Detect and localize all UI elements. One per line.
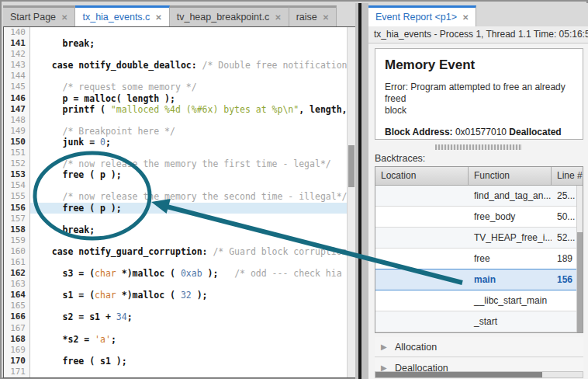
- code-text[interactable]: /* now release the memory the first time…: [30, 158, 347, 169]
- backtrace-row[interactable]: find_and_tag_an...25...: [375, 186, 583, 207]
- code-text[interactable]: s2 = s1 + 34;: [30, 311, 347, 322]
- line-number[interactable]: 146: [4, 93, 30, 104]
- section-allocation[interactable]: ▶Allocation: [375, 337, 583, 357]
- tab-close-icon[interactable]: ✕: [462, 13, 469, 22]
- backtrace-row[interactable]: __libc_start_main: [375, 290, 583, 311]
- code-text[interactable]: [30, 279, 347, 290]
- line-number[interactable]: 147: [4, 104, 30, 115]
- tab-close-icon[interactable]: ✕: [323, 13, 329, 22]
- code-text[interactable]: /* request some memory */: [30, 82, 347, 92]
- code-line: 170 free ( s1 );: [4, 356, 347, 367]
- line-number[interactable]: 158: [4, 224, 30, 235]
- code-text[interactable]: case notify_double_dealloc: /* Double fr…: [30, 60, 347, 71]
- code-text[interactable]: [30, 301, 347, 311]
- line-number[interactable]: 150: [4, 137, 30, 148]
- code-text[interactable]: [30, 367, 347, 377]
- line-number[interactable]: 156: [4, 203, 30, 214]
- backtrace-row[interactable]: _start: [375, 311, 583, 332]
- backtrace-row[interactable]: TV_HEAP_free_i...52...: [375, 228, 583, 249]
- code-text[interactable]: free ( p );: [30, 203, 347, 214]
- code-text[interactable]: break;: [30, 224, 347, 235]
- backtrace-row[interactable]: free189: [375, 249, 583, 269]
- backtrace-row[interactable]: main156: [375, 269, 583, 290]
- code-text[interactable]: s1 = (char *)malloc ( 32 );: [30, 290, 347, 301]
- code-text[interactable]: [30, 214, 347, 224]
- code-text[interactable]: [30, 257, 347, 268]
- backtraces-scrollbar-thumb[interactable]: [577, 232, 583, 333]
- tab-start-page[interactable]: Start Page✕: [3, 5, 75, 26]
- line-number[interactable]: 153: [4, 169, 30, 180]
- code-token: ;: [111, 334, 116, 345]
- line-number[interactable]: 168: [4, 334, 30, 345]
- code-text[interactable]: p = malloc( length );: [30, 93, 347, 104]
- code-token: , length, len: [299, 104, 347, 115]
- line-number[interactable]: 166: [4, 311, 30, 322]
- line-number[interactable]: 157: [4, 214, 30, 224]
- column-header-line[interactable]: Line #: [552, 167, 583, 185]
- line-number[interactable]: 141: [4, 38, 30, 49]
- line-number[interactable]: 164: [4, 290, 30, 301]
- column-header-location[interactable]: Location: [375, 167, 469, 185]
- code-text[interactable]: /* now release the memory the second tim…: [30, 191, 347, 202]
- backtraces-vertical-scrollbar[interactable]: [576, 186, 583, 332]
- line-number[interactable]: 162: [4, 268, 30, 279]
- line-number[interactable]: 140: [4, 27, 30, 38]
- panel-resize-grip[interactable]: [435, 144, 522, 150]
- code-text[interactable]: [30, 27, 347, 38]
- line-number[interactable]: 154: [4, 180, 30, 191]
- code-area[interactable]: 140141 break;142143 case notify_double_d…: [4, 27, 347, 377]
- code-text[interactable]: free ( s1 );: [30, 356, 347, 367]
- editor-scrollbar-thumb[interactable]: [348, 145, 355, 187]
- line-number[interactable]: 149: [4, 126, 30, 137]
- line-number[interactable]: 145: [4, 82, 30, 92]
- code-text[interactable]: [30, 345, 347, 356]
- line-number[interactable]: 170: [4, 356, 30, 367]
- code-text[interactable]: s3 = (char *)malloc ( 0xab ); /* odd ---…: [30, 268, 347, 279]
- code-text[interactable]: [30, 71, 347, 82]
- line-number[interactable]: 169: [4, 345, 30, 356]
- editor-vertical-scrollbar[interactable]: [347, 27, 355, 377]
- line-number[interactable]: 167: [4, 323, 30, 334]
- tab-close-icon[interactable]: ✕: [155, 13, 161, 22]
- code-editor[interactable]: 140141 break;142143 case notify_double_d…: [3, 26, 356, 378]
- line-number[interactable]: 144: [4, 71, 30, 82]
- code-text[interactable]: [30, 235, 347, 246]
- backtrace-row[interactable]: free_body50...: [375, 207, 583, 228]
- tab-tx-hia-events-c[interactable]: tx_hia_events.c✕: [75, 5, 169, 26]
- line-number[interactable]: 161: [4, 257, 30, 268]
- code-text[interactable]: case notify_guard_corruption: /* Guard b…: [30, 246, 347, 257]
- code-text[interactable]: [30, 148, 347, 158]
- tab-event-report-p1[interactable]: Event Report <p1>✕: [368, 5, 476, 26]
- line-number[interactable]: 155: [4, 191, 30, 202]
- tab-close-icon[interactable]: ✕: [275, 13, 281, 22]
- code-text[interactable]: free ( p );: [30, 169, 347, 180]
- code-text[interactable]: /* Breakpoint here */: [30, 126, 347, 137]
- line-number[interactable]: 148: [4, 115, 30, 126]
- code-text[interactable]: printf ( "malloced %4d (%#6x) bytes at %…: [30, 104, 347, 115]
- code-text[interactable]: [30, 49, 347, 60]
- code-text[interactable]: [30, 115, 347, 126]
- line-number[interactable]: 142: [4, 49, 30, 60]
- line-number[interactable]: 163: [4, 279, 30, 290]
- code-text[interactable]: *s2 = 'a';: [30, 334, 347, 345]
- line-number[interactable]: 159: [4, 235, 30, 246]
- line-number[interactable]: 165: [4, 301, 30, 311]
- line-number[interactable]: 152: [4, 158, 30, 169]
- report-hscrollbar-thumb[interactable]: [375, 372, 542, 377]
- tab-raise[interactable]: raise✕: [289, 5, 337, 26]
- line-number[interactable]: 151: [4, 148, 30, 158]
- line-number[interactable]: 171: [4, 367, 30, 377]
- code-line: 165: [4, 301, 347, 311]
- code-text[interactable]: [30, 180, 347, 191]
- report-horizontal-scrollbar[interactable]: [375, 371, 583, 378]
- pane-splitter[interactable]: [355, 3, 368, 379]
- line-number[interactable]: 143: [4, 60, 30, 71]
- code-line: 144: [4, 71, 347, 82]
- tab-tv-heap-breakpoint-c[interactable]: tv_heap_breakpoint.c✕: [170, 5, 289, 26]
- tab-close-icon[interactable]: ✕: [61, 13, 67, 22]
- column-header-function[interactable]: Function: [469, 167, 552, 185]
- line-number[interactable]: 160: [4, 246, 30, 257]
- code-text[interactable]: junk = 0;: [30, 137, 347, 148]
- code-text[interactable]: [30, 323, 347, 334]
- code-text[interactable]: break;: [30, 38, 347, 49]
